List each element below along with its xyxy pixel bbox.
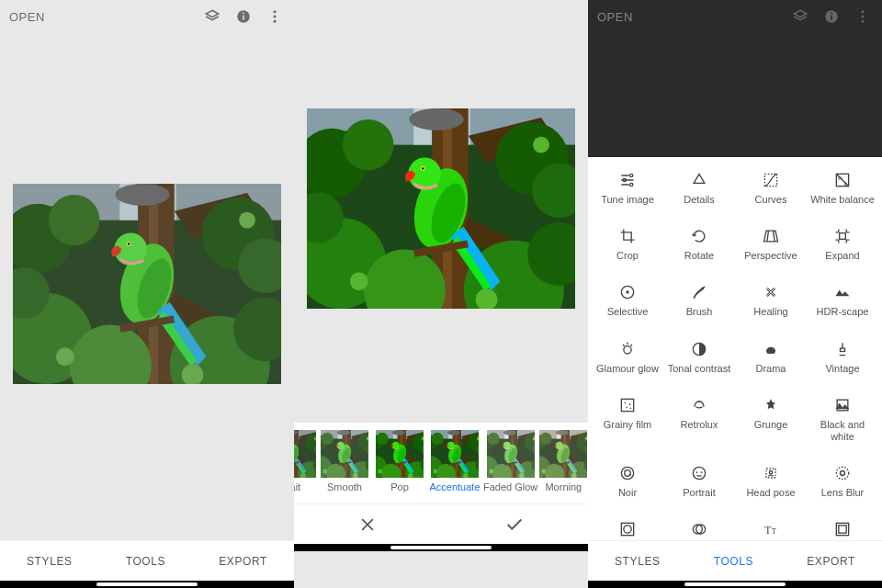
tool-label: Grunge [737,419,805,431]
svg-point-64 [693,467,705,479]
tool-details[interactable]: Details [663,164,735,220]
tool-text[interactable]: TTText [735,514,807,540]
tool-tonal[interactable]: Tonal contrast [663,334,735,390]
details-icon [665,170,733,190]
tool-label: Brush [665,306,733,318]
tool-frames[interactable]: Frames [807,514,878,540]
selective-icon [594,282,662,302]
tool-label: Details [665,194,733,206]
looks-action-row [294,503,588,544]
tool-label: Noir [594,487,662,499]
editor-main-pane: OPEN STYLES TOOLS EXPORT [0,0,294,588]
cancel-button[interactable] [349,510,386,539]
tool-bw[interactable]: Black and white [807,390,878,458]
photo-preview[interactable] [13,184,281,384]
expand-icon [808,226,876,246]
confirm-button[interactable] [496,510,533,539]
look-pop[interactable]: Pop [373,430,426,492]
tool-crop[interactable]: Crop [592,220,663,277]
tool-healing[interactable]: Healing [735,277,807,333]
tool-expand[interactable]: Expand [807,220,878,277]
tool-rotate[interactable]: Rotate [663,220,735,277]
svg-rect-48 [840,233,846,240]
looks-pane: traitSmoothPopAccentuateFaded GlowMornin… [294,0,588,588]
look-label: Morning [539,481,587,492]
look-accentuate[interactable]: Accentuate [428,430,481,492]
editor-canvas[interactable] [0,33,294,540]
svg-point-60 [621,467,633,479]
svg-point-68 [769,471,772,474]
tool-headpose[interactable]: Head pose [735,458,807,514]
tool-noir[interactable]: Noir [592,458,663,514]
tool-label: Lens Blur [808,487,876,499]
perspective-icon [737,226,805,246]
nav-tools[interactable]: TOOLS [119,549,173,573]
svg-rect-53 [841,348,845,351]
drama-icon [737,339,805,359]
retrolux-icon [665,395,733,415]
tool-perspective[interactable]: Perspective [735,220,807,277]
open-button[interactable]: OPEN [9,10,45,24]
nav-styles[interactable]: STYLES [607,549,668,573]
more-icon[interactable] [265,6,285,27]
tool-label: HDR-scape [808,306,876,318]
svg-point-62 [625,470,627,472]
info-icon[interactable] [821,6,842,27]
look-portrait[interactable]: trait [294,430,316,492]
photo-preview-styled[interactable] [307,108,575,309]
svg-rect-78 [839,526,846,533]
svg-point-56 [629,403,631,405]
tool-wb[interactable]: WBWhite balance [807,164,878,220]
nav-styles[interactable]: STYLES [19,549,80,573]
look-smooth[interactable]: Smooth [318,430,371,492]
nav-export[interactable]: EXPORT [799,549,863,573]
look-faded-glow[interactable]: Faded Glow [483,430,537,492]
svg-rect-67 [766,469,775,478]
svg-point-43 [630,183,633,186]
tool-label: Drama [737,363,805,375]
hdr-icon [808,282,876,302]
nav-tools[interactable]: TOOLS [707,549,761,573]
tool-label: Vintage [808,363,876,375]
info-icon[interactable] [233,6,254,27]
look-morning[interactable]: Morning [539,430,587,492]
tool-tune[interactable]: Tune image [592,164,663,220]
tool-drama[interactable]: Drama [735,334,807,390]
tool-label: Healing [737,306,805,318]
portrait-icon [665,463,733,483]
tonal-icon [665,339,733,359]
nav-export[interactable]: EXPORT [211,549,275,573]
healing-icon [737,282,805,302]
tool-grainy[interactable]: Grainy film [592,390,663,458]
tool-vintage[interactable]: Vintage [807,334,878,390]
home-indicator [0,581,294,588]
looks-canvas[interactable] [294,0,588,423]
frames-icon [808,519,876,539]
grainy-icon [594,395,662,415]
more-icon[interactable] [853,6,873,27]
tool-label: White balance [808,194,876,206]
tool-hdr[interactable]: HDR-scape [807,277,878,333]
layers-icon[interactable] [202,6,222,27]
tool-lensblur[interactable]: Lens Blur [807,458,878,514]
svg-rect-37 [831,13,832,15]
headpose-icon [737,463,805,483]
tool-vignette[interactable]: Vignette [592,514,663,540]
looks-strip[interactable]: traitSmoothPopAccentuateFaded GlowMornin… [294,423,588,503]
svg-point-63 [629,474,631,476]
tool-retrolux[interactable]: Retrolux [663,390,735,458]
tool-curves[interactable]: Curves [735,164,807,220]
tool-label: Expand [808,250,876,262]
tool-label: Black and white [808,419,876,443]
tool-doubleexp[interactable]: Double exposure [663,514,735,540]
open-button[interactable]: OPEN [597,10,633,24]
topbar: OPEN [0,0,294,33]
svg-point-65 [696,471,698,473]
tool-glamour[interactable]: Glamour glow [592,334,663,390]
tool-selective[interactable]: Selective [592,277,663,333]
tool-portrait[interactable]: Portrait [663,458,735,514]
layers-icon[interactable] [790,6,810,27]
tool-brush[interactable]: Brush [663,277,735,333]
tool-grunge[interactable]: Grunge [735,390,807,458]
tool-label: Tonal contrast [665,363,733,375]
